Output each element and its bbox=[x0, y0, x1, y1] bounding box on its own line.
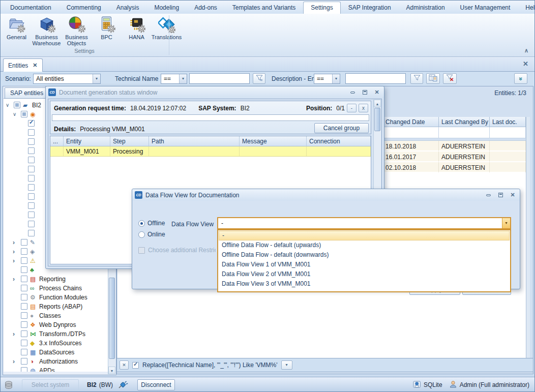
tree-expand-icon[interactable]: › bbox=[13, 247, 15, 256]
entities-row[interactable]: 16.01.2017ADUERRSTEIN bbox=[383, 152, 526, 162]
entities-row[interactable]: 02.10.2018ADUERRSTEIN bbox=[383, 162, 526, 173]
tree-item-reporting[interactable]: ›▤Reporting bbox=[4, 275, 108, 284]
scrollbar-thumb[interactable] bbox=[109, 278, 115, 359]
panel-close-icon[interactable]: ✕ bbox=[523, 60, 528, 68]
tree-expand-icon[interactable]: › bbox=[13, 238, 15, 247]
radio-offline[interactable]: Offline bbox=[138, 220, 165, 227]
technical-name-input[interactable] bbox=[189, 73, 250, 84]
entities-filter-cell[interactable] bbox=[439, 127, 490, 138]
disconnect-button[interactable]: Disconnect bbox=[137, 379, 175, 390]
scroll-down-icon[interactable]: ▼ bbox=[108, 367, 115, 374]
tree-checkbox[interactable] bbox=[21, 321, 27, 328]
tree-checkbox[interactable] bbox=[28, 221, 35, 227]
gen-table-col-dots[interactable]: ... bbox=[50, 136, 64, 146]
entities-filter-cell[interactable] bbox=[383, 127, 439, 138]
data-flow-view-combo[interactable]: - ▾ bbox=[217, 217, 511, 229]
tree-item-apds[interactable]: ◍APDs bbox=[4, 366, 108, 372]
menu-tab-help[interactable]: Help bbox=[518, 2, 535, 14]
sidebar-tab-sap-entities[interactable]: SAP entities bbox=[5, 87, 49, 98]
tree-checkbox[interactable] bbox=[21, 358, 27, 365]
remove-filter-icon[interactable]: ✕ bbox=[120, 360, 129, 370]
tree-checkbox[interactable] bbox=[28, 212, 35, 218]
tree-checkbox[interactable] bbox=[28, 193, 35, 200]
data-flow-view-titlebar[interactable]: CD Data Flow View for Documentation ✕ bbox=[132, 189, 520, 201]
filter-enabled-checkbox[interactable] bbox=[132, 362, 139, 369]
tree-checkbox[interactable] bbox=[21, 276, 27, 282]
tree-checkbox[interactable] bbox=[28, 138, 35, 145]
gen-table-col-message[interactable]: Message bbox=[240, 136, 307, 146]
generation-status-titlebar[interactable]: CD Document generation status window ✕ bbox=[46, 86, 384, 98]
minimize-icon[interactable] bbox=[484, 191, 493, 199]
tree-collapse-icon[interactable]: ∨ bbox=[6, 101, 9, 110]
menu-tab-add-ons[interactable]: Add-ons bbox=[187, 2, 225, 14]
tree-checkbox[interactable] bbox=[28, 120, 35, 127]
tree-item-process-chains[interactable]: ∞Process Chains bbox=[4, 284, 108, 293]
tree-item-function-modules[interactable]: ⚙Function Modules bbox=[4, 293, 108, 302]
restore-icon[interactable] bbox=[496, 191, 505, 199]
radio-online[interactable]: Online bbox=[138, 231, 165, 238]
dfv-option-item[interactable]: - bbox=[219, 231, 510, 240]
close-icon[interactable]: ✕ bbox=[508, 191, 517, 199]
entities-col-changed-date[interactable]: Changed Date bbox=[383, 117, 439, 127]
dfv-option-data-flow-view-1-of-vmm-m001[interactable]: Data Flow View 1 of VMM_M001 bbox=[219, 260, 510, 269]
clear-filter-button[interactable]: ✕ bbox=[443, 73, 457, 84]
tree-checkbox[interactable] bbox=[21, 239, 27, 246]
menu-tab-user-management[interactable]: User Management bbox=[453, 2, 518, 14]
dfv-option-offline-data-flow-default-upwards[interactable]: Offline Data Flow - default (upwards) bbox=[219, 240, 510, 250]
chevron-down-icon[interactable]: ▾ bbox=[93, 74, 100, 83]
queue-cancel-button[interactable]: x bbox=[359, 104, 368, 112]
tree-expand-icon[interactable]: › bbox=[13, 357, 15, 366]
description-operator-combo[interactable]: == ▾ bbox=[314, 74, 340, 84]
gen-table-col-entity[interactable]: Entity bbox=[64, 136, 110, 146]
dfv-option-data-flow-view-2-of-vmm-m001[interactable]: Data Flow View 2 of VMM_M001 bbox=[219, 269, 510, 279]
menu-tab-sap-integration[interactable]: SAP Integration bbox=[341, 2, 399, 14]
menu-tab-administration[interactable]: Administration bbox=[399, 2, 453, 14]
entities-table-scrollbar[interactable] bbox=[526, 117, 530, 358]
ribbon-button-bpc[interactable]: BPC bbox=[92, 15, 122, 47]
tree-checkbox[interactable] bbox=[28, 230, 35, 236]
tree-checkbox[interactable] bbox=[21, 367, 27, 372]
chevron-down-icon[interactable]: ▾ bbox=[332, 74, 340, 83]
tree-item-transform-dtps[interactable]: ›⋈Transform./DTPs bbox=[4, 329, 108, 339]
scenario-combo[interactable]: All entities ▾ bbox=[33, 74, 101, 84]
tab-entities[interactable]: Entities ✕ bbox=[3, 58, 43, 72]
gen-table-col-step[interactable]: Step bbox=[110, 136, 149, 146]
tree-checkbox[interactable] bbox=[28, 184, 35, 191]
tree-expand-icon[interactable]: › bbox=[13, 275, 15, 284]
ribbon-button-general[interactable]: General bbox=[2, 15, 32, 47]
close-icon[interactable]: ✕ bbox=[372, 88, 381, 96]
filter-history-dropdown[interactable]: ▾ bbox=[281, 360, 292, 370]
ribbon-button-translations[interactable]: Translations bbox=[152, 15, 182, 47]
tree-checkbox[interactable] bbox=[21, 303, 27, 310]
tree-checkbox[interactable] bbox=[28, 166, 35, 172]
tree-checkbox[interactable] bbox=[21, 257, 27, 264]
queue-minus-button[interactable]: - bbox=[347, 104, 356, 112]
tree-checkbox[interactable] bbox=[21, 111, 27, 117]
gen-table-col-path[interactable]: Path bbox=[149, 136, 240, 146]
dfv-option-offline-data-flow-default-downwards[interactable]: Offline Data Flow - default (downwards) bbox=[219, 250, 510, 260]
description-input[interactable] bbox=[345, 73, 406, 84]
tree-checkbox[interactable] bbox=[28, 157, 35, 163]
tree-item-datasources[interactable]: ▦DataSources bbox=[4, 348, 108, 357]
tree-item-authorizations[interactable]: ›◑Authorizations bbox=[4, 357, 108, 366]
menu-tab-analysis[interactable]: Analysis bbox=[109, 2, 147, 14]
tree-expand-icon[interactable]: › bbox=[13, 256, 15, 265]
technical-name-operator-combo[interactable]: == ▾ bbox=[161, 74, 187, 84]
tree-checkbox[interactable] bbox=[21, 349, 27, 355]
tab-close-icon[interactable]: ✕ bbox=[33, 62, 37, 69]
gen-table-col-connection[interactable]: Connection bbox=[307, 136, 371, 146]
tree-checkbox[interactable] bbox=[21, 330, 27, 337]
tree-checkbox[interactable] bbox=[28, 147, 35, 154]
menu-tab-documentation[interactable]: Documentation bbox=[3, 2, 59, 14]
scrollbar-thumb[interactable] bbox=[374, 108, 380, 131]
collapse-ribbon-icon[interactable]: ∧ bbox=[524, 47, 528, 54]
ribbon-button-business-warehouse[interactable]: Business Warehouse bbox=[32, 15, 62, 47]
entities-row[interactable]: 18.10.2018ADUERRSTEIN bbox=[383, 141, 526, 152]
dfv-option-data-flow-view-3-of-vmm-m001[interactable]: Data Flow View 3 of VMM_M001 bbox=[219, 279, 510, 289]
entities-filter-cell[interactable] bbox=[490, 127, 526, 138]
tree-collapse-icon[interactable]: ∨ bbox=[13, 110, 16, 119]
gen-table-row[interactable]: VMM_M001Processing bbox=[50, 146, 371, 157]
tree-checkbox[interactable] bbox=[21, 294, 27, 300]
chevron-down-icon[interactable]: ▾ bbox=[502, 218, 510, 228]
tree-item-3-x-infosources[interactable]: ◆3.x InfoSources bbox=[4, 339, 108, 348]
